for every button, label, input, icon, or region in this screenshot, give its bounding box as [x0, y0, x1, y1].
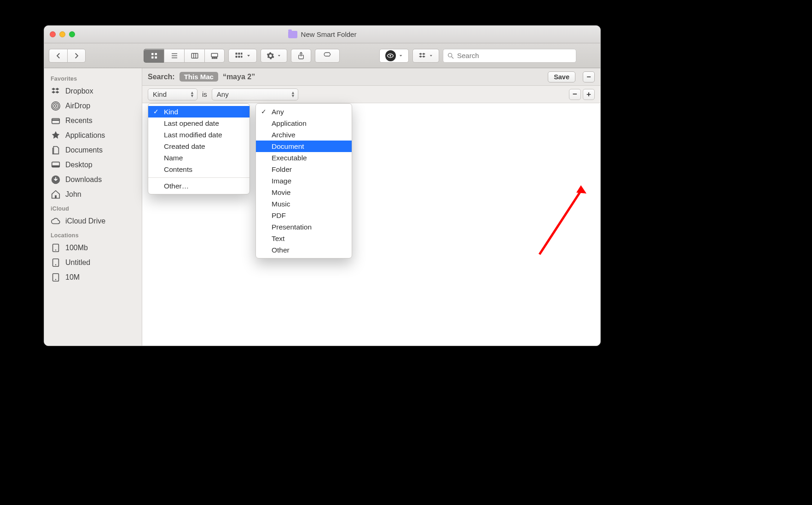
sidebar-item-volume[interactable]: 10M [44, 270, 142, 285]
menu-item[interactable]: Last opened date [148, 117, 249, 129]
grid-icon [150, 52, 158, 60]
menu-item[interactable]: Any [256, 106, 352, 117]
sidebar-item-label: iCloud Drive [65, 217, 105, 225]
menu-item[interactable]: Archive [256, 129, 352, 141]
svg-line-23 [452, 57, 453, 59]
updown-icon: ▲▼ [190, 91, 194, 98]
svg-rect-1 [155, 53, 157, 55]
menu-item[interactable]: Folder [256, 164, 352, 175]
disk-icon [51, 258, 61, 268]
menu-item[interactable]: Document [256, 141, 352, 152]
search-input[interactable] [457, 52, 572, 59]
back-button[interactable] [49, 49, 67, 63]
svg-rect-16 [241, 53, 242, 54]
menu-item[interactable]: Executable [256, 152, 352, 164]
scope-folder[interactable]: “maya 2” [223, 73, 255, 81]
sidebar-item-volume[interactable]: 100Mb [44, 241, 142, 255]
remove-criteria-button[interactable]: − [569, 89, 581, 100]
tags-button[interactable] [315, 49, 340, 63]
column-view-button[interactable] [184, 49, 204, 63]
minimize-window-button[interactable] [59, 31, 65, 37]
zoom-window-button[interactable] [69, 31, 75, 37]
sidebar-item-airdrop[interactable]: AirDrop [44, 99, 142, 113]
action-menu-button[interactable] [261, 49, 287, 63]
svg-point-25 [53, 103, 59, 109]
sidebar-item-recents[interactable]: Recents [44, 113, 142, 128]
list-view-button[interactable] [164, 49, 184, 63]
svg-marker-40 [576, 185, 586, 194]
menu-item[interactable]: Application [256, 117, 352, 129]
dropbox-menu-button[interactable] [412, 49, 439, 63]
downloads-icon [51, 175, 61, 185]
eye-icon [385, 50, 396, 61]
sidebar-item-volume[interactable]: Untitled [44, 255, 142, 270]
applications-icon [51, 130, 61, 141]
svg-rect-37 [53, 274, 59, 282]
sidebar-item-dropbox[interactable]: Dropbox [44, 84, 142, 99]
share-button[interactable] [291, 49, 311, 63]
sidebar-item-icloud-drive[interactable]: iCloud Drive [44, 214, 142, 229]
criteria-attribute-select[interactable]: Kind ▲▼ [148, 88, 197, 100]
sidebar-item-desktop[interactable]: Desktop [44, 158, 142, 172]
menu-item[interactable]: Contents [148, 164, 249, 175]
criteria-operator: is [202, 90, 207, 98]
sidebar-item-home[interactable]: John [44, 187, 142, 202]
save-button[interactable]: Save [548, 71, 575, 82]
menu-item[interactable]: Name [148, 152, 249, 164]
sidebar: Favorites Dropbox AirDrop Recents Applic… [44, 68, 142, 346]
gallery-view-button[interactable] [204, 49, 225, 63]
menu-item[interactable]: Other [256, 244, 352, 256]
gear-icon [267, 51, 274, 60]
sidebar-item-downloads[interactable]: Downloads [44, 172, 142, 187]
criteria-attribute-menu: Kind Last opened date Last modified date… [148, 103, 250, 194]
menu-item[interactable]: Text [256, 233, 352, 244]
scope-this-mac[interactable]: This Mac [180, 72, 218, 82]
search-scope-bar: Search: This Mac “maya 2” Save − [142, 68, 600, 86]
svg-rect-11 [212, 57, 213, 58]
menu-item[interactable]: Created date [148, 141, 249, 152]
sidebar-item-label: Recents [65, 117, 93, 125]
sidebar-header-locations: Locations [44, 229, 142, 241]
menu-item[interactable]: Presentation [256, 221, 352, 233]
menu-item-other[interactable]: Other… [148, 180, 249, 192]
airdrop-icon [51, 101, 61, 111]
group-by-button[interactable] [228, 49, 257, 63]
nav-buttons [49, 49, 86, 63]
icon-view-button[interactable] [144, 49, 164, 63]
svg-point-36 [55, 264, 56, 265]
sidebar-item-applications[interactable]: Applications [44, 128, 142, 143]
sidebar-item-label: 10M [65, 273, 80, 282]
sidebar-item-label: Dropbox [65, 87, 93, 95]
menu-item[interactable]: PDF [256, 210, 352, 221]
menu-item[interactable]: Music [256, 198, 352, 210]
privacy-button[interactable] [379, 49, 409, 63]
criteria-attribute-label: Kind [153, 90, 167, 98]
svg-rect-28 [52, 119, 60, 121]
menu-item[interactable]: Last modified date [148, 129, 249, 141]
svg-rect-15 [238, 53, 240, 54]
chevron-left-icon [54, 52, 63, 60]
close-window-button[interactable] [50, 31, 56, 37]
svg-rect-30 [52, 165, 60, 167]
forward-button[interactable] [67, 49, 86, 63]
svg-point-38 [55, 279, 56, 280]
finder-window: New Smart Folder [44, 25, 601, 346]
menu-item[interactable]: Movie [256, 187, 352, 198]
add-criteria-button[interactable]: + [583, 89, 595, 100]
criteria-value-select[interactable]: Any ▲▼ [212, 88, 298, 100]
smart-folder-icon [288, 31, 297, 38]
view-mode-buttons [144, 49, 225, 63]
menu-item[interactable]: Image [256, 175, 352, 187]
svg-point-21 [390, 55, 391, 56]
columns-icon [191, 52, 199, 60]
annotation-arrow [535, 185, 590, 259]
remove-search-button[interactable]: − [583, 71, 595, 82]
svg-rect-7 [191, 53, 198, 58]
chevron-down-icon [277, 53, 281, 58]
svg-line-39 [539, 191, 581, 254]
sidebar-item-documents[interactable]: Documents [44, 143, 142, 158]
menu-item[interactable]: Kind [148, 106, 249, 117]
toolbar-search[interactable] [443, 49, 576, 63]
svg-rect-33 [53, 244, 59, 252]
svg-point-22 [448, 53, 452, 57]
